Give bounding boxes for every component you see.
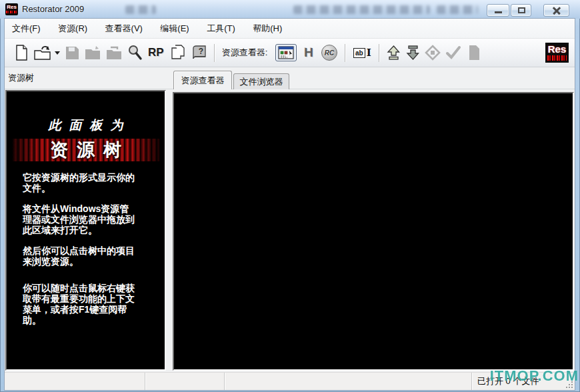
tree-help-paragraph: 它按资源树的形式显示你的文件。 [23, 172, 135, 193]
app-icon-barcode [6, 11, 17, 13]
status-cell [145, 373, 225, 390]
tree-help-paragraph: 你可以随时点击鼠标右键获取带有最重要功能的上下文菜单，或者按F1键查阅帮助。 [23, 283, 135, 325]
apply-button[interactable] [445, 45, 462, 61]
site-watermark: ITMOP.COM [490, 367, 579, 385]
tree-panel-banner: 资源树 [12, 139, 159, 161]
ab-glyph: ab [353, 48, 365, 58]
save-icon [64, 45, 80, 61]
dialog-viewer-icon [278, 46, 294, 59]
viewer-selector-label: 资源查看器: [222, 47, 268, 59]
open-folder-icon [33, 44, 52, 61]
menu-item-file[interactable]: 文件(F) [5, 19, 48, 38]
resource-viewer-mode-button[interactable] [275, 44, 297, 61]
window-title: Restorator 2009 [22, 0, 84, 18]
find-button[interactable] [127, 44, 143, 61]
save-button[interactable] [64, 45, 80, 61]
menu-item-viewer[interactable]: 查看器(V) [98, 19, 150, 38]
extract-button[interactable] [105, 45, 123, 61]
panel-splitter[interactable] [167, 89, 172, 372]
resource-viewer-panel[interactable] [173, 92, 574, 371]
toolbar-separator [379, 44, 380, 62]
close-file-button[interactable] [84, 45, 101, 61]
move-up-button[interactable] [386, 45, 401, 61]
help-question-glyph: ? [199, 47, 203, 56]
tree-panel-help-text: 它按资源树的形式显示你的文件。 将文件从Windows资源管理器或文件浏览器中拖… [23, 172, 135, 325]
open-file-button[interactable] [33, 44, 60, 61]
open-dropdown-arrow[interactable] [55, 51, 60, 57]
minimize-icon [495, 11, 502, 13]
checkmark-icon [445, 45, 462, 61]
blank-page-button[interactable] [466, 44, 482, 61]
client-area: 文件(F) 资源(R) 查看器(V) 编辑(E) 工具(T) 帮助(H) [5, 19, 575, 390]
down-arrow-icon [405, 45, 421, 61]
text-editor-button[interactable]: ab I [353, 47, 371, 59]
restorator-logo: Res [545, 43, 569, 63]
resource-patcher-button[interactable]: RP [148, 46, 164, 59]
titlebar[interactable]: Res Restorator 2009 [0, 0, 580, 19]
move-down-button[interactable] [405, 45, 421, 61]
maximize-button[interactable] [511, 4, 531, 17]
duplicate-button[interactable] [169, 44, 187, 61]
titlebar-ghost-text [437, 5, 478, 14]
menubar: 文件(F) 资源(R) 查看器(V) 编辑(E) 工具(T) 帮助(H) [5, 19, 575, 39]
rc-viewer-button[interactable]: RC [321, 45, 337, 61]
tree-panel-intro: 此面板为 [7, 117, 165, 134]
tree-help-paragraph: 将文件从Windows资源管理器或文件浏览器中拖放到此区域来打开它。 [23, 203, 135, 235]
target-button[interactable] [425, 45, 441, 61]
menu-item-tools[interactable]: 工具(T) [199, 19, 243, 38]
copy-pages-icon [169, 44, 187, 61]
new-file-button[interactable] [13, 44, 29, 61]
search-icon [127, 44, 143, 61]
toolbar: RP ? 资源查看器: H [5, 39, 575, 67]
tab-file-browser[interactable]: 文件浏览器 [233, 73, 289, 89]
diamond-target-icon [425, 45, 441, 61]
up-arrow-icon [386, 45, 401, 61]
app-icon: Res [5, 3, 18, 15]
ibeam-cursor-glyph: I [367, 47, 371, 59]
closed-folder-icon [84, 45, 101, 61]
restorator-logo-barcode [547, 55, 567, 61]
titlebar-ghost-text [293, 5, 430, 14]
extract-folder-icon [105, 45, 123, 61]
toolbar-separator [345, 44, 346, 62]
maximize-icon [518, 7, 525, 13]
titlebar-ghost-text [125, 5, 156, 14]
menu-item-edit[interactable]: 编辑(E) [153, 19, 196, 38]
panel-header-row: 资源树 资源查看器 文件浏览器 [5, 67, 575, 89]
app-icon-res-text: Res [5, 3, 18, 11]
resource-tree-header: 资源树 [5, 67, 167, 89]
new-document-icon [13, 44, 29, 61]
menu-item-help[interactable]: 帮助(H) [245, 19, 289, 38]
resource-tree-panel[interactable]: 此面板为 资源树 它按资源树的形式显示你的文件。 将文件从Windows资源管理… [5, 90, 166, 371]
toolbar-separator [214, 44, 215, 62]
tree-help-paragraph: 然后你可以点击树中的项目来浏览资源。 [23, 245, 135, 267]
content-area: 此面板为 资源树 它按资源树的形式显示你的文件。 将文件从Windows资源管理… [5, 89, 575, 372]
menu-item-resource[interactable]: 资源(R) [51, 19, 95, 38]
help-button[interactable]: ? [191, 45, 208, 61]
close-button[interactable] [543, 4, 569, 17]
hex-viewer-button[interactable]: H [304, 45, 313, 60]
minimize-button[interactable] [487, 4, 509, 17]
status-cell [5, 373, 145, 390]
restorator-logo-text: Res [547, 44, 567, 54]
status-cell [225, 373, 472, 390]
restorator-window: { "titlebar": { "title": "Restorator 200… [0, 0, 580, 392]
tab-resource-viewer[interactable]: 资源查看器 [173, 71, 232, 89]
gray-page-icon [466, 44, 482, 61]
